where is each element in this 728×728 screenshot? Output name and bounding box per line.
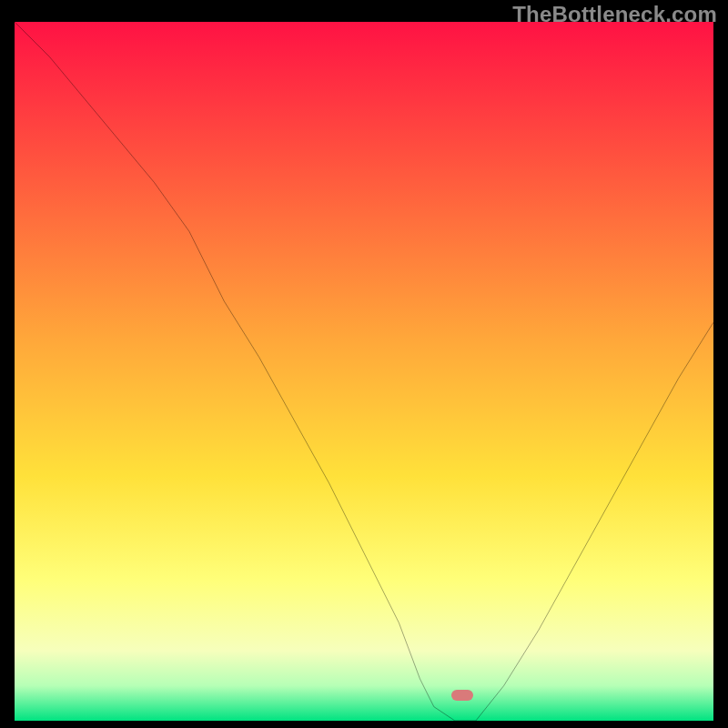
plot-area xyxy=(15,22,713,699)
optimum-marker xyxy=(451,690,473,701)
chart-frame: TheBottleneck.com xyxy=(0,0,728,728)
bottleneck-curve xyxy=(15,22,713,721)
